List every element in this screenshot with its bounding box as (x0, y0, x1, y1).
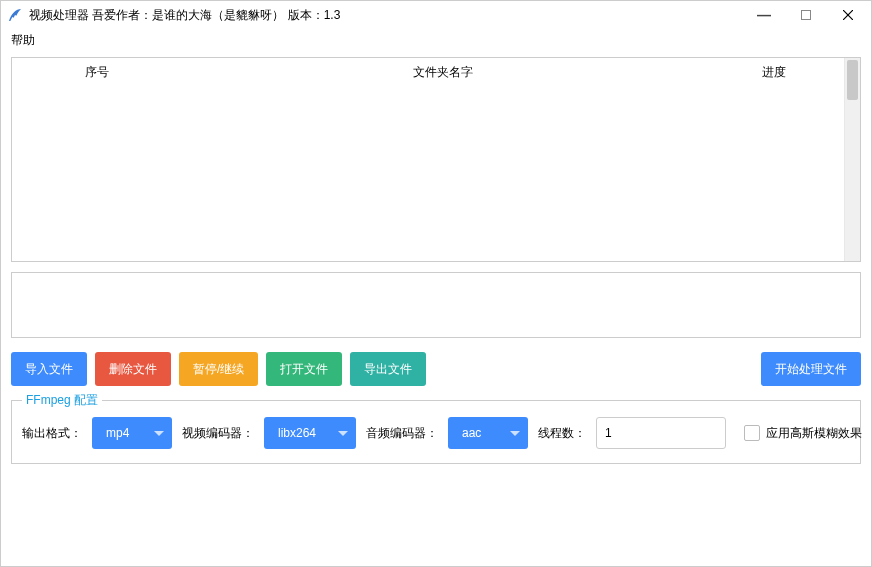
output-format-select[interactable]: mp4 (92, 417, 172, 449)
title-bar: 视频处理器 吾爱作者：是谁的大海（是貔貅呀） 版本：1.3 — (1, 1, 871, 29)
chevron-down-icon (338, 431, 348, 436)
window-title: 视频处理器 吾爱作者：是谁的大海（是貔貅呀） 版本：1.3 (27, 7, 340, 24)
file-list-panel: 序号 文件夹名字 进度 (11, 57, 861, 262)
audio-encoder-select[interactable]: aac (448, 417, 528, 449)
audio-encoder-value: aac (462, 426, 481, 440)
threads-input[interactable] (596, 417, 726, 449)
video-encoder-select[interactable]: libx264 (264, 417, 356, 449)
menu-bar: 帮助 (1, 29, 871, 51)
delete-button[interactable]: 删除文件 (95, 352, 171, 386)
button-row: 导入文件 删除文件 暂停/继续 打开文件 导出文件 开始处理文件 (11, 352, 861, 386)
list-scrollbar[interactable] (844, 58, 860, 261)
header-progress[interactable]: 进度 (704, 64, 844, 81)
scrollbar-thumb[interactable] (847, 60, 858, 100)
threads-label: 线程数： (538, 425, 586, 442)
video-encoder-label: 视频编码器： (182, 425, 254, 442)
pause-resume-button[interactable]: 暂停/继续 (179, 352, 258, 386)
ffmpeg-legend: FFmpeg 配置 (22, 392, 102, 409)
output-format-label: 输出格式： (22, 425, 82, 442)
chevron-down-icon (510, 431, 520, 436)
gaussian-blur-label: 应用高斯模糊效果 (766, 425, 862, 442)
list-headers: 序号 文件夹名字 进度 (12, 58, 844, 86)
header-index[interactable]: 序号 (12, 64, 182, 81)
app-icon (7, 7, 23, 23)
audio-encoder-label: 音频编码器： (366, 425, 438, 442)
import-button[interactable]: 导入文件 (11, 352, 87, 386)
maximize-button[interactable] (785, 1, 827, 29)
open-button[interactable]: 打开文件 (266, 352, 342, 386)
output-format-value: mp4 (106, 426, 129, 440)
header-foldername[interactable]: 文件夹名字 (182, 64, 704, 81)
video-encoder-value: libx264 (278, 426, 316, 440)
export-button[interactable]: 导出文件 (350, 352, 426, 386)
ffmpeg-config-group: FFmpeg 配置 输出格式： mp4 视频编码器： libx264 音频编码器… (11, 400, 861, 464)
chevron-down-icon (154, 431, 164, 436)
close-button[interactable] (827, 1, 869, 29)
minimize-button[interactable]: — (743, 1, 785, 29)
list-rows[interactable] (12, 86, 844, 261)
gaussian-blur-checkbox[interactable] (744, 425, 760, 441)
menu-help[interactable]: 帮助 (7, 30, 39, 51)
start-button[interactable]: 开始处理文件 (761, 352, 861, 386)
log-panel[interactable] (11, 272, 861, 338)
